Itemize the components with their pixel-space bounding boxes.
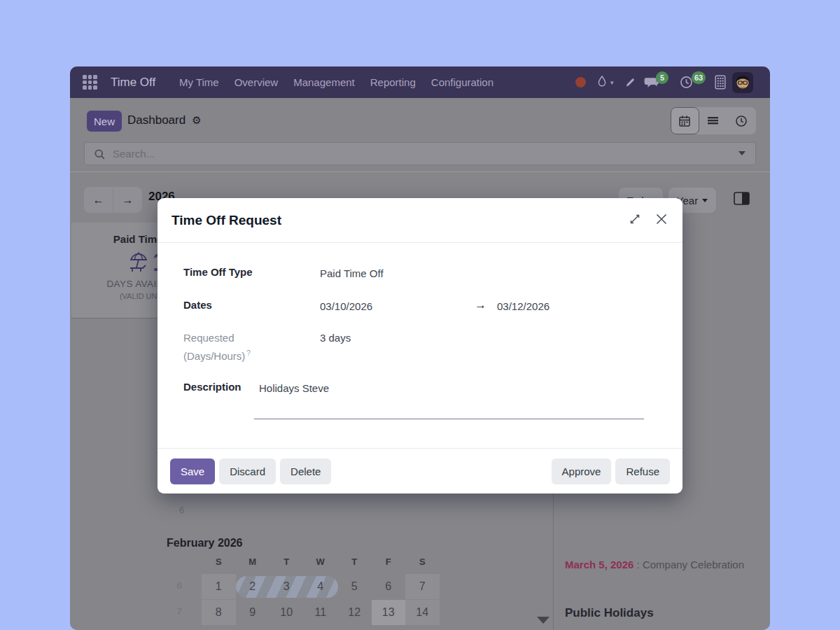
type-field-value[interactable]: Paid Time Off [320,267,384,279]
search-caret-icon[interactable] [738,151,746,155]
calendar-nav-arrows: ← → [84,187,142,213]
description-field-label: Description [183,381,241,393]
pencil-icon[interactable] [624,76,636,88]
close-icon [653,211,670,227]
date-range-arrow-icon: → [475,298,486,312]
water-drop-icon[interactable] [596,75,608,89]
help-icon[interactable]: ? [246,349,251,357]
menu-reporting[interactable]: Reporting [370,76,416,88]
day-cell[interactable]: 8 [202,600,236,625]
date-to-input[interactable]: 03/12/2026 [497,300,550,312]
delete-button[interactable]: Delete [280,458,331,484]
list-view-button[interactable] [699,107,728,134]
requested-label-line1: Requested [183,332,234,344]
dates-field-label: Dates [183,299,212,311]
close-dialog-button[interactable] [653,211,670,230]
menu-management[interactable]: Management [293,76,355,88]
refuse-button[interactable]: Refuse [615,458,670,484]
day-cell[interactable]: 9 [236,600,270,625]
day-cell[interactable]: 3 [270,574,304,599]
record-dot-icon[interactable] [575,77,586,88]
calendar-view-button[interactable] [671,107,699,134]
search-bar [84,142,756,165]
month-title: February 2026 [167,537,243,550]
description-input[interactable]: Holidays Steve [259,382,329,394]
gear-icon[interactable]: ⚙ [192,114,201,127]
expand-icon [628,212,642,226]
chevron-down-icon [702,199,708,202]
new-button[interactable]: New [87,111,122,132]
week-number: 7 [172,606,186,617]
message-badge: 5 [656,71,668,84]
beach-umbrella-icon [127,251,150,274]
prev-year-button[interactable]: ← [84,187,113,213]
app-window: Time Off My Time Overview Management Rep… [70,66,770,630]
day-cell-public-holiday[interactable]: 13 [372,600,406,625]
requested-value: 3 days [320,332,351,344]
dialog-title: Time Off Request [172,198,281,243]
public-holidays-heading: Public Holidays [565,606,654,620]
day-cell[interactable]: 2 [236,574,270,599]
save-button[interactable]: Save [170,458,215,484]
app-brand[interactable]: Time Off [111,66,155,98]
approve-button[interactable]: Approve [552,458,612,484]
day-cell[interactable]: 14 [405,600,440,625]
calendar-week-row: 8 9 10 11 12 13 14 [202,600,440,625]
dialog-header: Time Off Request [158,198,682,243]
week-number: 6 [172,580,186,591]
type-field-label: Time Off Type [183,266,253,278]
day-cell[interactable]: 5 [337,574,372,599]
breadcrumb: Dashboard ⚙ [127,113,202,127]
date-from-input[interactable]: 03/10/2026 [320,300,372,312]
view-switcher [671,107,756,134]
day-cell[interactable]: 6 [372,574,406,599]
day-cell[interactable]: 11 [304,600,338,625]
activity-badge: 63 [692,71,706,84]
calendar-week-row: 1 2 3 4 5 6 7 [202,574,440,599]
apps-grid-icon[interactable] [83,75,97,90]
scroll-down-arrow-icon[interactable] [537,617,550,624]
time-off-request-dialog: Time Off Request Time Off Type Paid Time… [158,198,682,493]
keypad-icon[interactable] [715,75,726,90]
dialog-footer: Save Discard Delete Approve Refuse [158,448,682,493]
menu-my-time[interactable]: My Time [179,76,219,88]
day-cell[interactable]: 12 [337,600,372,625]
description-input-underline [254,419,644,419]
divider [70,172,770,172]
day-headers: SM TW TF S [202,556,440,567]
requested-label-line2: (Days/Hours)? [183,349,251,362]
day-cell[interactable]: 10 [270,600,304,625]
day-cell[interactable]: 1 [202,574,236,599]
day-cell[interactable]: 7 [405,574,440,599]
next-year-button[interactable]: → [113,187,142,213]
january-week-number: 6 [179,505,184,515]
navbar-menu: My Time Overview Management Reporting Co… [179,66,493,98]
company-event-line: March 5, 2026 : Company Celebration [565,559,744,570]
event-date: March 5, 2026 [565,559,634,570]
discard-button[interactable]: Discard [219,458,276,484]
day-cell[interactable]: 4 [304,574,338,599]
menu-configuration[interactable]: Configuration [431,76,493,88]
menu-overview[interactable]: Overview [234,76,279,88]
expand-dialog-button[interactable] [628,212,642,228]
top-navbar: Time Off My Time Overview Management Rep… [70,66,770,98]
user-avatar[interactable] [732,72,753,93]
water-drop-caret-icon[interactable]: ▾ [610,79,614,86]
clock-view-button[interactable] [727,107,756,134]
search-icon [94,148,106,160]
event-label: Company Celebration [643,559,744,570]
search-input[interactable] [113,144,729,164]
breadcrumb-title[interactable]: Dashboard [127,113,186,127]
side-panel-toggle-icon[interactable] [734,192,750,206]
